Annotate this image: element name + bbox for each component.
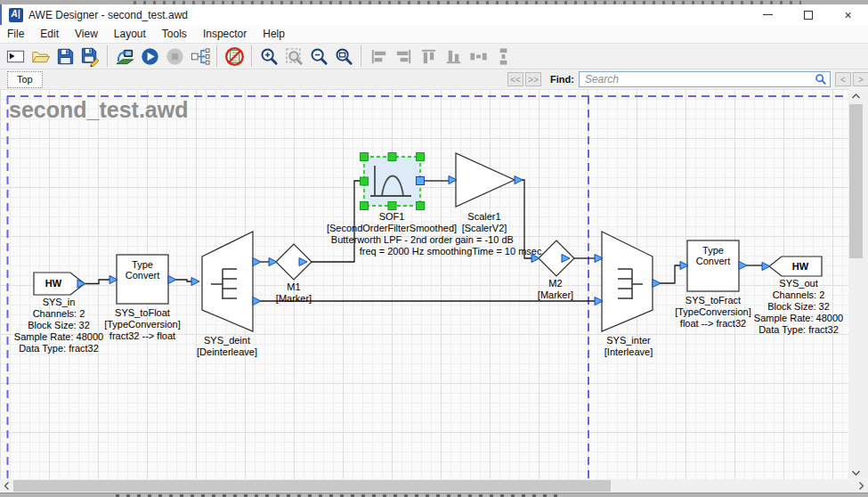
block-caption-scaler1: Scaler1 [ScalerV2] gain = -10 dB smoothi… bbox=[427, 211, 542, 257]
menu-item-edit[interactable]: Edit bbox=[32, 26, 67, 42]
output-pin[interactable] bbox=[168, 276, 176, 284]
menu-item-inspector[interactable]: Inspector bbox=[195, 26, 255, 42]
toolbar-separator bbox=[251, 45, 252, 67]
align-left-icon bbox=[369, 46, 389, 67]
block-sof1-selected[interactable] bbox=[361, 153, 425, 210]
caption-line: [TypeConversion] bbox=[675, 306, 751, 318]
chevron-down-icon bbox=[848, 465, 864, 480]
zoom-to-selection-button[interactable] bbox=[281, 45, 306, 69]
maximize-button[interactable] bbox=[788, 4, 828, 25]
wire[interactable] bbox=[85, 280, 110, 284]
no-inspector-icon bbox=[224, 46, 245, 67]
zoom-in-button[interactable] bbox=[256, 45, 281, 69]
close-button[interactable]: × bbox=[828, 4, 868, 25]
block-shape-label-hw-in: HW bbox=[34, 278, 73, 289]
open-icon bbox=[30, 46, 51, 67]
caption-line: SYS_in bbox=[14, 297, 103, 308]
block-caption-sys-tofract: SYS_toFract [TypeConversion] float --> f… bbox=[675, 295, 751, 330]
align-top-icon bbox=[418, 46, 439, 67]
scroll-right-button[interactable] bbox=[854, 479, 868, 493]
propagate-changes-button[interactable] bbox=[187, 45, 212, 69]
output-pin[interactable] bbox=[739, 262, 747, 270]
caption-line: gain = -10 dB bbox=[427, 234, 542, 246]
zoom-in-icon bbox=[259, 46, 280, 67]
scroll-down-button[interactable] bbox=[848, 465, 864, 479]
align-top-button[interactable] bbox=[416, 45, 441, 69]
app-logo-glyph: A| bbox=[12, 9, 20, 19]
menu-item-file[interactable]: File bbox=[0, 26, 32, 42]
run-icon bbox=[140, 46, 160, 67]
menu-item-layout[interactable]: Layout bbox=[106, 26, 154, 42]
block-caption-sys-in: SYS_in Channels: 2 Block Size: 32 Sample… bbox=[14, 297, 103, 354]
block-scaler1[interactable] bbox=[449, 153, 523, 207]
zoom-to-selection-icon bbox=[284, 46, 304, 67]
find-label: Find: bbox=[550, 74, 574, 85]
awe-designer-window: A| AWE Designer - second_test.awd × File… bbox=[0, 0, 868, 497]
run-button[interactable] bbox=[137, 45, 162, 69]
output-pin[interactable] bbox=[653, 280, 661, 288]
input-pin[interactable] bbox=[762, 263, 770, 271]
distribute-vertical-button[interactable] bbox=[491, 45, 515, 69]
window-controls: × bbox=[748, 4, 868, 25]
history-forward-button[interactable]: >> bbox=[525, 72, 541, 86]
align-left-button[interactable] bbox=[366, 45, 391, 69]
scroll-left-button[interactable] bbox=[0, 479, 14, 493]
output-pin[interactable] bbox=[417, 177, 425, 185]
input-pin[interactable] bbox=[269, 258, 277, 266]
history-back-button[interactable]: << bbox=[507, 72, 523, 86]
caption-line: Data Type: fract32 bbox=[14, 343, 103, 354]
menu-item-tools[interactable]: Tools bbox=[154, 26, 195, 42]
block-m1[interactable] bbox=[269, 244, 312, 280]
new-design-button[interactable] bbox=[3, 45, 28, 69]
save-as-button[interactable] bbox=[77, 45, 102, 69]
caption-line: SYS_toFract bbox=[675, 295, 751, 306]
open-button[interactable] bbox=[28, 45, 53, 69]
save-button[interactable] bbox=[53, 45, 77, 69]
block-caption-sys-deint: SYS_deint [Deinterleave] bbox=[197, 335, 257, 358]
block-shape-label-hw-out: HW bbox=[780, 261, 821, 272]
find-prev-button[interactable]: < bbox=[835, 72, 851, 86]
scroll-up-button[interactable] bbox=[848, 89, 864, 103]
connect-to-target-button[interactable] bbox=[112, 45, 137, 69]
horizontal-scrollbar-thumb[interactable] bbox=[13, 480, 611, 492]
search-input[interactable] bbox=[579, 71, 831, 87]
block-caption-sys-inter: SYS_inter [Interleave] bbox=[604, 335, 653, 358]
wire[interactable] bbox=[176, 280, 191, 281]
horizontal-scrollbar[interactable] bbox=[0, 479, 868, 493]
canvas-right-margin bbox=[864, 89, 868, 479]
input-pin[interactable] bbox=[191, 278, 199, 286]
distribute-horizontal-button[interactable] bbox=[466, 45, 491, 69]
output-pin[interactable] bbox=[515, 176, 523, 184]
menu-item-view[interactable]: View bbox=[67, 26, 106, 42]
vertical-scrollbar-thumb[interactable] bbox=[849, 104, 863, 258]
app-logo-icon: A| bbox=[9, 8, 23, 22]
vertical-scrollbar[interactable] bbox=[848, 89, 864, 479]
chevron-right-icon bbox=[854, 479, 868, 493]
align-right-button[interactable] bbox=[391, 45, 416, 69]
chevron-left-icon bbox=[0, 479, 14, 493]
menu-item-help[interactable]: Help bbox=[255, 26, 293, 42]
block-sys-inter[interactable] bbox=[595, 232, 661, 331]
output-pin[interactable] bbox=[253, 297, 261, 306]
stop-button[interactable] bbox=[162, 45, 187, 69]
zoom-out-button[interactable] bbox=[306, 45, 331, 69]
menubar: File Edit View Layout Tools Inspector He… bbox=[0, 25, 868, 43]
caption-line: M2 bbox=[538, 278, 573, 289]
caption-line: fract32 --> float bbox=[104, 330, 181, 342]
caption-line: Sample Rate: 48000 bbox=[14, 331, 103, 343]
output-pin[interactable] bbox=[253, 258, 261, 266]
design-canvas[interactable]: second_test.awd bbox=[0, 89, 848, 479]
minimize-button[interactable] bbox=[748, 4, 788, 25]
tab-top[interactable]: Top bbox=[7, 71, 43, 88]
wire[interactable] bbox=[661, 265, 680, 283]
zoom-fit-button[interactable] bbox=[331, 45, 356, 69]
caption-line: Data Type: fract32 bbox=[754, 324, 843, 336]
close-icon: × bbox=[844, 11, 851, 20]
align-bottom-button[interactable] bbox=[441, 45, 466, 69]
caption-line: [Interleave] bbox=[604, 346, 653, 358]
block-sys-deint[interactable] bbox=[191, 232, 261, 331]
find-next-button[interactable]: > bbox=[853, 72, 868, 86]
block-shape-label-type-convert-2: Type Convert bbox=[688, 245, 738, 266]
chevron-up-icon bbox=[848, 89, 864, 104]
no-inspector-button[interactable] bbox=[222, 45, 247, 69]
